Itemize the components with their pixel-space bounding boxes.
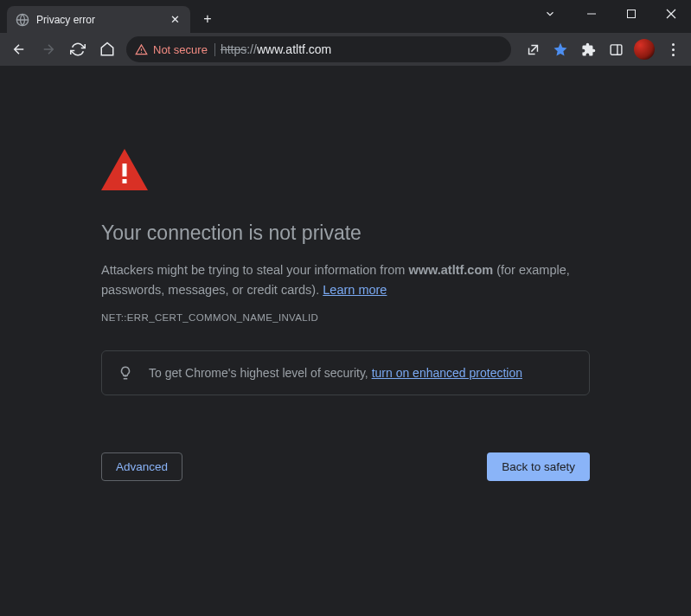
window-controls [572, 0, 691, 28]
lightbulb-icon [118, 365, 133, 381]
warning-body: Attackers might be trying to steal your … [101, 260, 590, 300]
privacy-error-interstitial: Your connection is not private Attackers… [101, 149, 590, 481]
share-icon[interactable] [520, 36, 546, 62]
toolbar: Not secure https://www.atltf.com [0, 33, 691, 66]
warning-triangle-icon [135, 43, 148, 56]
bookmark-star-icon[interactable] [547, 36, 573, 62]
url-text: https://www.atltf.com [221, 42, 331, 56]
extensions-icon[interactable] [575, 36, 601, 62]
url-separator: :// [246, 42, 257, 56]
new-tab-button[interactable]: + [195, 7, 220, 31]
enhanced-text: To get Chrome's highest level of securit… [149, 366, 522, 380]
profile-avatar[interactable] [634, 39, 655, 60]
tab-search-icon[interactable] [541, 5, 559, 22]
back-to-safety-button[interactable]: Back to safety [487, 452, 590, 481]
sidepanel-icon[interactable] [603, 36, 629, 62]
home-button[interactable] [93, 35, 121, 63]
advanced-button[interactable]: Advanced [101, 452, 182, 481]
maximize-button[interactable] [611, 0, 651, 28]
url-protocol: https [221, 42, 246, 56]
forward-button[interactable] [35, 35, 62, 63]
svg-rect-9 [123, 164, 127, 176]
globe-icon [16, 13, 29, 27]
error-code: NET::ERR_CERT_COMMON_NAME_INVALID [101, 312, 590, 323]
learn-more-link[interactable]: Learn more [323, 283, 387, 297]
reload-button[interactable] [64, 35, 92, 63]
minimize-button[interactable] [572, 0, 611, 28]
warning-domain: www.atltf.com [408, 263, 493, 277]
menu-button[interactable] [660, 36, 686, 62]
svg-point-6 [141, 52, 142, 53]
back-button[interactable] [5, 35, 33, 63]
warning-triangle-icon [101, 149, 148, 190]
svg-rect-10 [123, 179, 127, 183]
security-label: Not secure [153, 43, 208, 56]
enhanced-protection-link[interactable]: turn on enhanced protection [372, 366, 522, 380]
toolbar-right [520, 36, 686, 62]
browser-tab[interactable]: Privacy error ✕ [7, 6, 190, 33]
svg-rect-2 [628, 10, 636, 18]
close-icon[interactable]: ✕ [168, 13, 182, 27]
url-domain: www.atltf.com [257, 42, 331, 56]
page-heading: Your connection is not private [101, 221, 590, 245]
security-chip[interactable]: Not secure [135, 43, 215, 56]
close-window-button[interactable] [651, 0, 691, 28]
enhanced-protection-box: To get Chrome's highest level of securit… [101, 350, 590, 395]
tab-title: Privacy error [36, 14, 168, 26]
page-content: Your connection is not private Attackers… [0, 66, 691, 481]
titlebar: Privacy error ✕ + [0, 0, 691, 33]
svg-rect-7 [611, 44, 622, 54]
button-row: Advanced Back to safety [101, 452, 590, 481]
omnibox[interactable]: Not secure https://www.atltf.com [126, 36, 511, 62]
